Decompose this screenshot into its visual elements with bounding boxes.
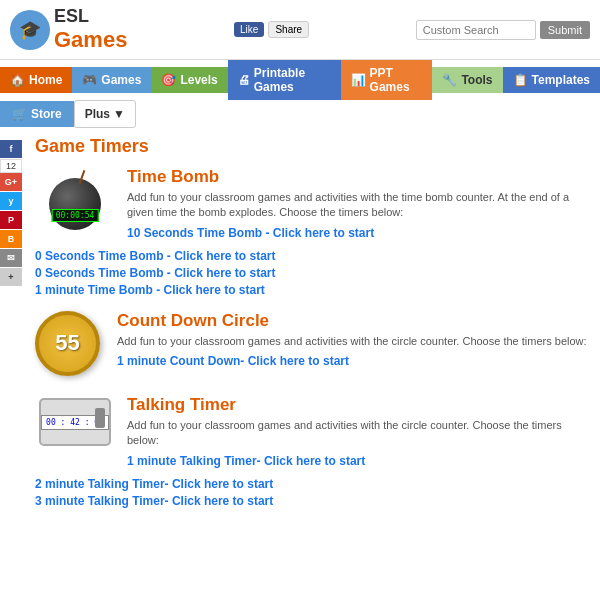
countdown-section: 55 Count Down Circle Add fun to your cla… [35,311,590,381]
nav-top: 🏠 Home 🎮 Games 🎯 Levels 🖨 Printable Game… [0,60,600,100]
countdown-image: 55 [35,311,105,381]
fb-like-area: Like Share [234,21,309,38]
main-content: Game Timers 00:00:54 Time Bomb Add fun t… [25,128,600,530]
logo: 🎓 ESL Games [10,6,127,53]
time-bomb-link-2[interactable]: 0 Seconds Time Bomb - Click here to star… [35,266,590,280]
time-bomb-info: Time Bomb Add fun to your classroom game… [127,167,590,243]
time-bomb-header: 00:00:54 Time Bomb Add fun to your class… [35,167,590,243]
time-bomb-link-3[interactable]: 1 minute Time Bomb - Click here to start [35,283,590,297]
time-bomb-link-0[interactable]: 10 Seconds Time Bomb - Click here to sta… [127,226,590,240]
logo-esl: ESL [54,6,127,27]
talking-timer-info: Talking Timer Add fun to your classroom … [127,395,590,471]
talking-timer-link-1[interactable]: 2 minute Talking Timer- Click here to st… [35,477,590,491]
countdown-link-0[interactable]: 1 minute Count Down- Click here to start [117,354,587,368]
fb-count: 12 [0,159,22,173]
facebook-button[interactable]: f [0,140,22,158]
fb-share-button[interactable]: Share [268,21,309,38]
time-bomb-link-1[interactable]: 0 Seconds Time Bomb - Click here to star… [35,249,590,263]
countdown-info: Count Down Circle Add fun to your classr… [117,311,587,371]
pinterest-button[interactable]: P [0,211,22,229]
talking-timer-link-2[interactable]: 3 minute Talking Timer- Click here to st… [35,494,590,508]
talking-timer-title: Talking Timer [127,395,590,415]
twitter-button[interactable]: y [0,192,22,210]
nav-printable[interactable]: 🖨 Printable Games [228,60,341,100]
submit-button[interactable]: Submit [540,21,590,39]
nav-templates[interactable]: 📋 Templates [503,67,600,93]
talking-timer-link-0[interactable]: 1 minute Talking Timer- Click here to st… [127,454,590,468]
add-button[interactable]: + [0,268,22,286]
countdown-circle: 55 [35,311,100,376]
talking-timer-section: 00 : 42 : 09 Talking Timer Add fun to yo… [35,395,590,508]
email-button[interactable]: ✉ [0,249,22,267]
talking-timer-image: 00 : 42 : 09 [35,395,115,450]
fb-like-button[interactable]: Like [234,22,264,37]
time-bomb-title: Time Bomb [127,167,590,187]
countdown-title: Count Down Circle [117,311,587,331]
search-input[interactable] [416,20,536,40]
countdown-header: 55 Count Down Circle Add fun to your cla… [35,311,590,381]
nav-plus[interactable]: Plus ▼ [74,100,136,128]
nav-tools[interactable]: 🔧 Tools [432,67,502,93]
countdown-desc: Add fun to your classroom games and acti… [117,334,587,349]
talking-timer-header: 00 : 42 : 09 Talking Timer Add fun to yo… [35,395,590,471]
nav-home[interactable]: 🏠 Home [0,67,72,93]
nav-ppt[interactable]: 📊 PPT Games [341,60,433,100]
blogger-button[interactable]: B [0,230,22,248]
nav-store[interactable]: 🛒 Store [0,101,74,127]
talking-timer-desc: Add fun to your classroom games and acti… [127,418,590,449]
time-bomb-desc: Add fun to your classroom games and acti… [127,190,590,221]
time-bomb-section: 00:00:54 Time Bomb Add fun to your class… [35,167,590,297]
nav-bottom: 🛒 Store Plus ▼ [0,100,600,128]
logo-games: Games [54,27,127,53]
google-plus-button[interactable]: G+ [0,173,22,191]
site-header: 🎓 ESL Games Like Share Submit [0,0,600,60]
nav-games[interactable]: 🎮 Games [72,67,151,93]
logo-icon: 🎓 [10,10,50,50]
nav-levels[interactable]: 🎯 Levels [151,67,227,93]
search-area: Submit [416,20,590,40]
logo-text: ESL Games [54,6,127,53]
bomb-image: 00:00:54 [35,167,115,232]
social-sidebar: f 12 G+ y P B ✉ + [0,140,22,287]
page-title: Game Timers [35,136,590,157]
